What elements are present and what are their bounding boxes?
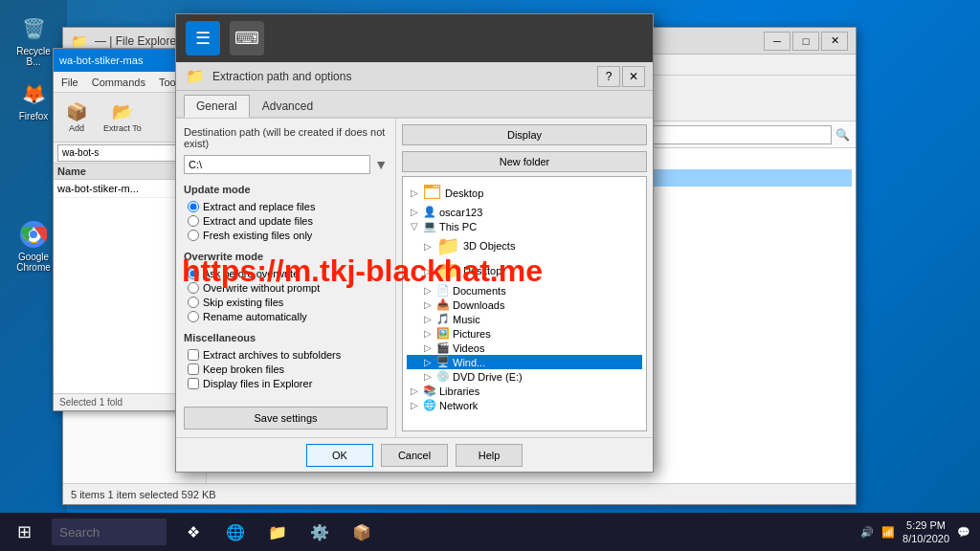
checkbox-keep-broken[interactable]: Keep broken files xyxy=(188,364,388,375)
close-button[interactable]: ✕ xyxy=(821,32,848,51)
destination-label: Destination path (will be created if doe… xyxy=(184,126,388,149)
task-view-icon[interactable]: ❖ xyxy=(174,513,212,551)
svg-point-3 xyxy=(30,231,37,238)
tree-item-desktop2[interactable]: ▷ 📁 Desktop xyxy=(407,258,642,283)
ie-icon[interactable]: 🌐 xyxy=(216,513,255,551)
tree-item-music[interactable]: ▷ 🎵 Music xyxy=(407,312,642,326)
destination-path-row: ▼ xyxy=(184,155,388,174)
tree-item-windows[interactable]: ▷ 🖥️ Wind... xyxy=(407,355,642,369)
new-folder-button[interactable]: New folder xyxy=(402,151,647,172)
radio-overwrite-noprompt[interactable]: Overwrite without prompt xyxy=(188,282,388,294)
tab-general[interactable]: General xyxy=(184,95,250,118)
radio-fresh-existing[interactable]: Fresh existing files only xyxy=(188,230,388,241)
tree-item-documents[interactable]: ▷ 📄 Documents xyxy=(407,283,642,298)
radio-rename-auto[interactable]: Rename automatically xyxy=(188,311,388,322)
checkbox-subfolders[interactable]: Extract archives to subfolders xyxy=(188,349,388,361)
dialog-left-panel: Destination path (will be created if doe… xyxy=(176,119,396,437)
notification-icon[interactable]: 💬 xyxy=(957,526,970,539)
dialog-header-bar: ☰ ⌨ xyxy=(176,14,653,62)
radio-skip-existing[interactable]: Skip existing files xyxy=(188,297,388,308)
tree-item-network[interactable]: ▷ 🌐 Network xyxy=(407,398,642,412)
taskbar: ⊞ ❖ 🌐 📁 ⚙️ 📦 🔊 📶 5:29 PM 8/10/2020 💬 xyxy=(0,513,980,551)
winrar-extract-btn[interactable]: 📂 Extract To xyxy=(100,99,145,135)
winrar-add-btn[interactable]: 📦 Add xyxy=(56,99,98,135)
dialog-close-button[interactable]: ✕ xyxy=(622,66,645,87)
destination-path-input[interactable] xyxy=(184,155,370,174)
dialog-title: Extraction path and options xyxy=(212,70,597,83)
winrar-menu-file[interactable]: File xyxy=(57,75,82,90)
dialog-footer: OK Cancel Help xyxy=(176,437,653,472)
dialog-tabs: General Advanced xyxy=(176,91,653,119)
start-button[interactable]: ⊞ xyxy=(0,513,48,551)
misc-group: Extract archives to subfolders Keep brok… xyxy=(184,349,388,389)
desktop: 🗑️ Recycle B... 🦊 Firefox Google Chrome xyxy=(0,0,980,551)
help-button[interactable]: Help xyxy=(456,444,523,467)
tab-advanced[interactable]: Advanced xyxy=(250,95,325,117)
overwrite-mode-group: Ask before overwrite Overwrite without p… xyxy=(184,268,388,322)
tree-item-pictures[interactable]: ▷ 🖼️ Pictures xyxy=(407,326,642,341)
winrar-taskbar-icon[interactable]: 📦 xyxy=(343,513,381,551)
tree-item-desktop[interactable]: ▷ 🗔 Desktop xyxy=(407,181,642,205)
keyboard-icon[interactable]: ⌨ xyxy=(230,21,264,55)
tree-item-libraries[interactable]: ▷ 📚 Libraries xyxy=(407,384,642,398)
radio-extract-replace[interactable]: Extract and replace files xyxy=(188,201,388,212)
dialog-folder-icon: 📁 xyxy=(184,65,207,88)
update-mode-group: Extract and replace files Extract and up… xyxy=(184,201,388,241)
dialog-right-panel: Display New folder ▷ 🗔 Desktop ▷ xyxy=(396,119,653,437)
file-explorer-icon[interactable]: 📁 xyxy=(258,513,297,551)
tree-item-oscar[interactable]: ▷ 👤 oscar123 xyxy=(407,205,642,219)
radio-extract-update[interactable]: Extract and update files xyxy=(188,215,388,227)
checkbox-display-files[interactable]: Display files in Explorer xyxy=(188,378,388,389)
maximize-button[interactable]: □ xyxy=(792,32,819,51)
window-controls: ─ □ ✕ xyxy=(764,32,848,51)
winrar-menu-commands[interactable]: Commands xyxy=(88,75,149,90)
overwrite-mode-title: Overwrite mode xyxy=(184,251,388,262)
folder-tree: ▷ 🗔 Desktop ▷ 👤 oscar123 ▽ 💻 This P xyxy=(402,176,647,431)
taskbar-network-icon[interactable]: 📶 xyxy=(881,526,895,539)
extraction-dialog: ☰ ⌨ 📁 Extraction path and options ? ✕ Ge… xyxy=(175,13,654,473)
taskbar-right: 🔊 📶 5:29 PM 8/10/2020 💬 xyxy=(860,518,980,546)
tree-item-downloads[interactable]: ▷ 📥 Downloads xyxy=(407,298,642,312)
taskbar-clock[interactable]: 5:29 PM 8/10/2020 xyxy=(902,518,949,546)
radio-ask-overwrite[interactable]: Ask before overwrite xyxy=(188,268,388,279)
cancel-button[interactable]: Cancel xyxy=(381,444,448,467)
save-settings-button[interactable]: Save settings xyxy=(184,407,388,430)
explorer-statusbar: 5 items 1 item selected 592 KB xyxy=(63,483,856,504)
dest-dropdown-icon[interactable]: ▼ xyxy=(374,157,388,172)
tree-item-3dobjects[interactable]: ▷ 📁 3D Objects xyxy=(407,233,642,258)
tree-item-dvd[interactable]: ▷ 💿 DVD Drive (E:) xyxy=(407,369,642,384)
settings-icon[interactable]: ⚙️ xyxy=(301,513,339,551)
minimize-button[interactable]: ─ xyxy=(764,32,791,51)
taskbar-volume-icon[interactable]: 🔊 xyxy=(860,526,874,539)
dialog-titlebar: 📁 Extraction path and options ? ✕ xyxy=(176,62,653,91)
dialog-body: Destination path (will be created if doe… xyxy=(176,119,653,437)
display-button[interactable]: Display xyxy=(402,124,647,145)
tree-item-thispc[interactable]: ▽ 💻 This PC xyxy=(407,219,642,233)
tree-item-videos[interactable]: ▷ 🎬 Videos xyxy=(407,341,642,355)
ok-button[interactable]: OK xyxy=(306,444,373,467)
misc-title: Miscellaneous xyxy=(184,332,388,343)
taskbar-app-icons: ❖ 🌐 📁 ⚙️ 📦 xyxy=(174,513,381,551)
update-mode-title: Update mode xyxy=(184,184,388,195)
hamburger-menu-icon[interactable]: ☰ xyxy=(186,21,220,55)
dialog-help-button[interactable]: ? xyxy=(597,66,620,87)
taskbar-search-input[interactable] xyxy=(52,518,167,545)
